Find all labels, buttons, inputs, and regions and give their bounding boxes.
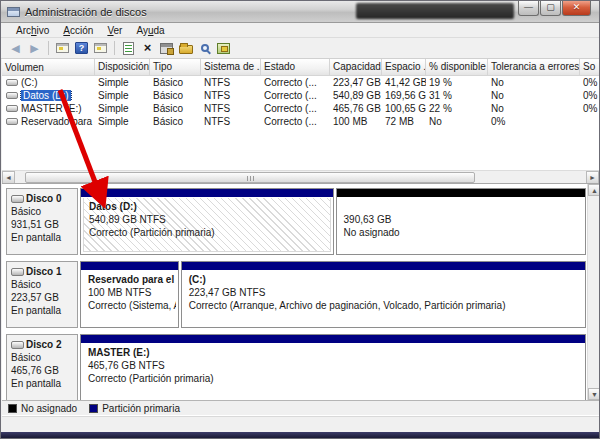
show-hide-pane-icon[interactable] bbox=[92, 40, 109, 56]
toolbar-separator bbox=[48, 41, 49, 55]
column-header-espacio[interactable]: Espacio ... bbox=[382, 59, 426, 75]
disk-management-window: Administración de discos — ▢ ✕ Archivo A… bbox=[0, 0, 600, 439]
disk-graph-section: Disco 0 Básico 931,51 GB En pantalla Dat… bbox=[2, 183, 599, 400]
menu-archivo[interactable]: Archivo bbox=[9, 24, 56, 37]
menu-accion[interactable]: Acción bbox=[56, 24, 100, 37]
disk2-status: En pantalla bbox=[11, 377, 75, 390]
scroll-left-icon[interactable]: ◄ bbox=[2, 171, 15, 184]
window-controls: — ▢ ✕ bbox=[517, 1, 591, 16]
open-icon[interactable] bbox=[177, 40, 194, 56]
disk1-size: 223,57 GB bbox=[11, 291, 75, 304]
legend-primary-label: Partición primaria bbox=[102, 403, 180, 414]
hard-disk-icon bbox=[11, 268, 24, 276]
maximize-button[interactable]: ▢ bbox=[540, 1, 561, 16]
unallocated-bar bbox=[337, 189, 585, 198]
disk2-name: Disco 2 bbox=[26, 339, 62, 350]
legend-unallocated-label: No asignado bbox=[21, 403, 77, 414]
partition-reservado[interactable]: Reservado para el sistema 100 MB NTFS Co… bbox=[80, 261, 179, 328]
vertical-scrollbar[interactable]: ▲ ▼ bbox=[587, 184, 599, 400]
disk0-type: Básico bbox=[11, 205, 75, 218]
forward-icon[interactable]: ▶ bbox=[26, 40, 43, 56]
window-bottom-edge bbox=[1, 432, 599, 439]
volume-row-master[interactable]: MASTER (E:) Simple Básico NTFS Correcto … bbox=[2, 102, 599, 115]
scroll-right-icon[interactable]: ► bbox=[586, 171, 599, 184]
primary-partition-bar bbox=[182, 262, 585, 271]
snapin-icon[interactable] bbox=[215, 40, 232, 56]
disk1-name: Disco 1 bbox=[26, 266, 62, 277]
horizontal-scrollbar[interactable]: ◄ ► bbox=[2, 170, 599, 183]
refresh-icon[interactable] bbox=[120, 40, 137, 56]
title-bar: Administración de discos — ▢ ✕ bbox=[1, 1, 599, 23]
disk-row-disco0: Disco 0 Básico 931,51 GB En pantalla Dat… bbox=[2, 188, 586, 255]
disk1-type: Básico bbox=[11, 278, 75, 291]
volume-row-c[interactable]: (C:) Simple Básico NTFS Correcto (... 22… bbox=[2, 76, 599, 89]
column-header-capacidad[interactable]: Capacidad bbox=[330, 59, 382, 75]
partition-master-e[interactable]: MASTER (E:) 465,76 GB NTFS Correcto (Par… bbox=[80, 334, 586, 401]
drive-icon bbox=[6, 92, 18, 99]
disk0-status: En pantalla bbox=[11, 231, 75, 244]
column-header-estado[interactable]: Estado bbox=[261, 59, 330, 75]
selected-volume-label: Datos (D:) bbox=[21, 90, 71, 101]
primary-partition-bar bbox=[81, 262, 178, 271]
volume-list: Volumen Disposición Tipo Sistema de ... … bbox=[2, 59, 599, 183]
minimize-button[interactable]: — bbox=[518, 1, 539, 16]
volume-row-reservado[interactable]: Reservado para el ... Simple Básico NTFS… bbox=[2, 115, 599, 128]
column-header-tolerancia[interactable]: Tolerancia a errores bbox=[488, 59, 580, 75]
disk0-size: 931,51 GB bbox=[11, 218, 75, 231]
toolbar: ◀ ▶ ? × bbox=[1, 38, 599, 59]
column-header-disposicion[interactable]: Disposición bbox=[95, 59, 150, 75]
console-tree-icon[interactable] bbox=[54, 40, 71, 56]
column-header-sobrecarga[interactable]: So bbox=[580, 59, 600, 75]
toolbar-separator bbox=[114, 41, 115, 55]
primary-partition-bar bbox=[81, 189, 333, 198]
drive-icon bbox=[6, 105, 18, 112]
column-header-tipo[interactable]: Tipo bbox=[150, 59, 201, 75]
status-bar bbox=[2, 415, 599, 432]
partition-c[interactable]: (C:) 223,47 GB NTFS Correcto (Arranque, … bbox=[181, 261, 586, 328]
search-icon[interactable] bbox=[196, 40, 213, 56]
hard-disk-icon bbox=[11, 341, 24, 349]
window-title: Administración de discos bbox=[25, 6, 147, 18]
disk-row-disco1: Disco 1 Básico 223,57 GB En pantalla Res… bbox=[2, 261, 586, 328]
primary-partition-bar bbox=[81, 335, 585, 344]
column-header-sistema[interactable]: Sistema de ... bbox=[201, 59, 261, 75]
partition-unallocated[interactable]: 390,63 GB No asignado bbox=[336, 188, 586, 255]
drive-icon bbox=[6, 79, 18, 86]
primary-partition-swatch bbox=[89, 404, 98, 413]
volume-list-header: Volumen Disposición Tipo Sistema de ... … bbox=[2, 59, 599, 76]
unallocated-swatch bbox=[8, 404, 17, 413]
disk2-type: Básico bbox=[11, 351, 75, 364]
disk1-status: En pantalla bbox=[11, 304, 75, 317]
help-icon[interactable]: ? bbox=[73, 40, 90, 56]
menu-bar: Archivo Acción Ver Ayuda bbox=[1, 23, 599, 38]
partition-datos-d[interactable]: Datos (D:) 540,89 GB NTFS Correcto (Part… bbox=[80, 188, 334, 255]
redacted-area bbox=[356, 3, 514, 19]
menu-ayuda[interactable]: Ayuda bbox=[129, 24, 171, 37]
scroll-up-icon[interactable]: ▲ bbox=[588, 184, 600, 196]
horizontal-scroll-thumb[interactable] bbox=[25, 172, 475, 183]
hard-disk-icon bbox=[11, 195, 24, 203]
disk2-size: 465,76 GB bbox=[11, 364, 75, 377]
disk1-graph: Reservado para el sistema 100 MB NTFS Co… bbox=[80, 261, 586, 328]
scroll-down-icon[interactable]: ▼ bbox=[588, 388, 600, 400]
volume-row-datos-selected[interactable]: Datos (D:) Simple Básico NTFS Correcto (… bbox=[2, 89, 599, 102]
properties-icon[interactable] bbox=[158, 40, 175, 56]
delete-icon[interactable]: × bbox=[139, 40, 156, 56]
column-header-disponible[interactable]: % disponible bbox=[426, 59, 488, 75]
legend-bar: No asignado Partición primaria bbox=[2, 400, 599, 415]
app-window-icon bbox=[7, 7, 20, 17]
disk0-label-panel[interactable]: Disco 0 Básico 931,51 GB En pantalla bbox=[6, 188, 78, 255]
drive-icon bbox=[6, 118, 18, 125]
disk1-label-panel[interactable]: Disco 1 Básico 223,57 GB En pantalla bbox=[6, 261, 78, 328]
disk0-name: Disco 0 bbox=[26, 193, 62, 204]
disk2-graph: MASTER (E:) 465,76 GB NTFS Correcto (Par… bbox=[80, 334, 586, 401]
disk0-graph: Datos (D:) 540,89 GB NTFS Correcto (Part… bbox=[80, 188, 586, 255]
column-header-volumen[interactable]: Volumen bbox=[2, 59, 95, 75]
disk2-label-panel[interactable]: Disco 2 Básico 465,76 GB En pantalla bbox=[6, 334, 78, 401]
menu-ver[interactable]: Ver bbox=[100, 24, 129, 37]
back-icon[interactable]: ◀ bbox=[7, 40, 24, 56]
disk-row-disco2: Disco 2 Básico 465,76 GB En pantalla MAS… bbox=[2, 334, 586, 401]
close-button[interactable]: ✕ bbox=[562, 1, 591, 16]
